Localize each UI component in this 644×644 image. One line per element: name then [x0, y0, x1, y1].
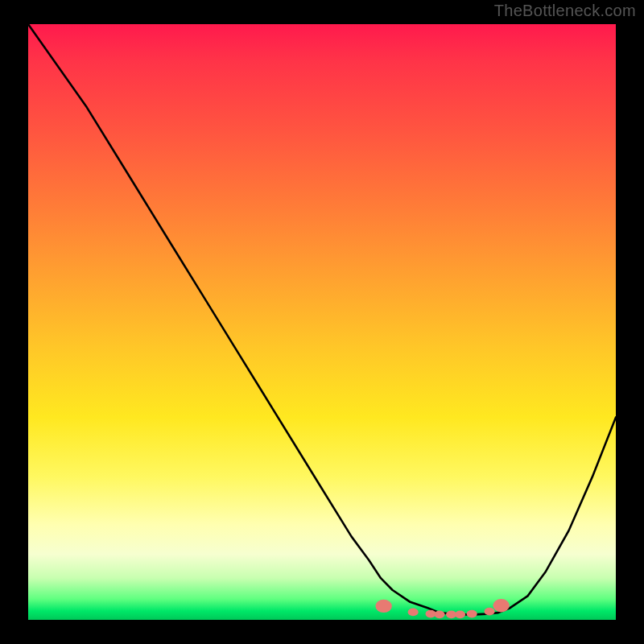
- marker-dot: [484, 608, 494, 616]
- watermark-text: TheBottleneck.com: [494, 2, 636, 20]
- marker-group: [375, 599, 509, 618]
- marker-dot: [493, 599, 509, 612]
- marker-dot: [455, 611, 465, 619]
- curve-path: [28, 24, 616, 614]
- marker-dot: [408, 609, 419, 617]
- marker-dot: [467, 610, 477, 618]
- chart-container: TheBottleneck.com: [0, 0, 644, 644]
- plot-area: [28, 24, 616, 620]
- marker-dot: [434, 611, 444, 619]
- marker-dot: [375, 600, 391, 613]
- curve-svg: [28, 24, 616, 620]
